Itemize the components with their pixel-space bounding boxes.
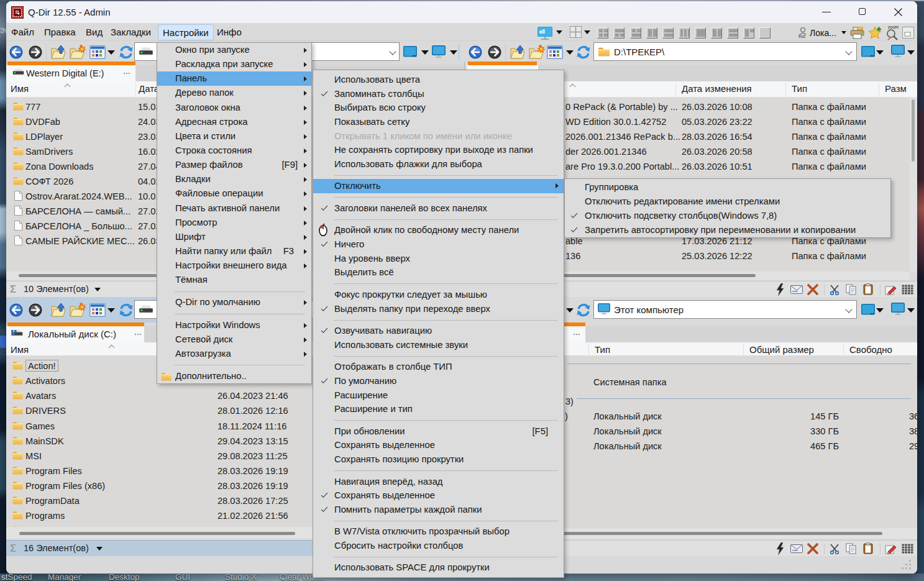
svg-text:zoom: zoom	[888, 25, 899, 29]
svg-text:inst: inst	[798, 34, 805, 39]
